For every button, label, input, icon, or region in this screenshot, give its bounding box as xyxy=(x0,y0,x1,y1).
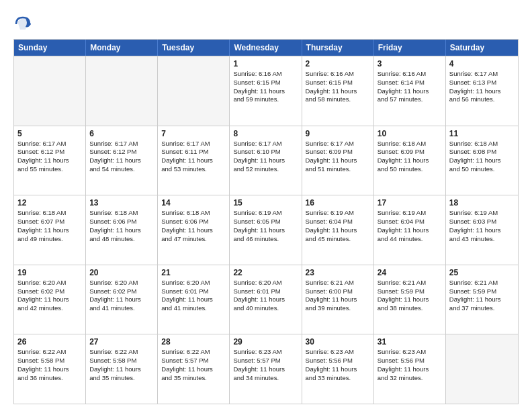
page: SundayMondayTuesdayWednesdayThursdayFrid… xyxy=(0,0,532,411)
cal-cell-13: 13Sunrise: 6:18 AM Sunset: 6:06 PM Dayli… xyxy=(86,195,158,265)
cal-cell-empty-w4c6 xyxy=(446,334,518,404)
cal-cell-31: 31Sunrise: 6:23 AM Sunset: 5:56 PM Dayli… xyxy=(374,334,446,404)
cal-cell-20: 20Sunrise: 6:20 AM Sunset: 6:02 PM Dayli… xyxy=(86,265,158,334)
cell-info: Sunrise: 6:16 AM Sunset: 6:14 PM Dayligh… xyxy=(378,70,442,104)
day-number: 23 xyxy=(306,268,370,277)
cal-cell-3: 3Sunrise: 6:16 AM Sunset: 6:14 PM Daylig… xyxy=(374,56,446,126)
cell-info: Sunrise: 6:23 AM Sunset: 5:56 PM Dayligh… xyxy=(378,348,442,382)
cal-cell-4: 4Sunrise: 6:17 AM Sunset: 6:13 PM Daylig… xyxy=(446,56,518,126)
cell-info: Sunrise: 6:20 AM Sunset: 6:01 PM Dayligh… xyxy=(161,279,226,313)
cell-info: Sunrise: 6:17 AM Sunset: 6:12 PM Dayligh… xyxy=(89,140,154,174)
cell-info: Sunrise: 6:22 AM Sunset: 5:58 PM Dayligh… xyxy=(17,348,82,382)
cal-cell-15: 15Sunrise: 6:19 AM Sunset: 6:05 PM Dayli… xyxy=(230,195,302,265)
day-number: 24 xyxy=(378,268,442,277)
cell-info: Sunrise: 6:23 AM Sunset: 5:56 PM Dayligh… xyxy=(306,348,370,382)
cal-cell-29: 29Sunrise: 6:23 AM Sunset: 5:57 PM Dayli… xyxy=(230,334,302,404)
header-day-monday: Monday xyxy=(86,40,158,56)
calendar-body: 1Sunrise: 6:16 AM Sunset: 6:15 PM Daylig… xyxy=(14,56,518,404)
week-row-5: 26Sunrise: 6:22 AM Sunset: 5:58 PM Dayli… xyxy=(14,334,518,404)
day-number: 15 xyxy=(233,198,298,208)
header-day-friday: Friday xyxy=(374,40,446,56)
cal-cell-9: 9Sunrise: 6:17 AM Sunset: 6:09 PM Daylig… xyxy=(302,126,374,195)
cal-cell-empty-w0c1 xyxy=(86,56,158,126)
header xyxy=(13,12,519,34)
day-number: 26 xyxy=(17,337,82,347)
day-number: 28 xyxy=(161,337,226,347)
cell-info: Sunrise: 6:20 AM Sunset: 6:02 PM Dayligh… xyxy=(17,279,82,313)
cell-info: Sunrise: 6:18 AM Sunset: 6:06 PM Dayligh… xyxy=(89,209,154,243)
day-number: 16 xyxy=(306,198,370,208)
logo-icon xyxy=(13,15,32,34)
day-number: 5 xyxy=(17,129,82,138)
cell-info: Sunrise: 6:18 AM Sunset: 6:09 PM Dayligh… xyxy=(378,140,442,174)
day-number: 8 xyxy=(233,129,298,138)
week-row-4: 19Sunrise: 6:20 AM Sunset: 6:02 PM Dayli… xyxy=(14,265,518,334)
cell-info: Sunrise: 6:22 AM Sunset: 5:57 PM Dayligh… xyxy=(161,348,226,382)
calendar-header: SundayMondayTuesdayWednesdayThursdayFrid… xyxy=(14,40,518,56)
cell-info: Sunrise: 6:20 AM Sunset: 6:02 PM Dayligh… xyxy=(89,279,154,313)
cell-info: Sunrise: 6:22 AM Sunset: 5:58 PM Dayligh… xyxy=(89,348,154,382)
cell-info: Sunrise: 6:19 AM Sunset: 6:03 PM Dayligh… xyxy=(449,209,515,243)
cell-info: Sunrise: 6:17 AM Sunset: 6:13 PM Dayligh… xyxy=(449,70,515,104)
cell-info: Sunrise: 6:19 AM Sunset: 6:05 PM Dayligh… xyxy=(233,209,298,243)
day-number: 10 xyxy=(378,129,442,138)
day-number: 6 xyxy=(89,129,154,138)
cal-cell-25: 25Sunrise: 6:21 AM Sunset: 5:59 PM Dayli… xyxy=(446,265,518,334)
cal-cell-17: 17Sunrise: 6:19 AM Sunset: 6:04 PM Dayli… xyxy=(374,195,446,265)
day-number: 4 xyxy=(449,59,515,68)
cell-info: Sunrise: 6:17 AM Sunset: 6:10 PM Dayligh… xyxy=(233,140,298,174)
day-number: 20 xyxy=(89,268,154,277)
cell-info: Sunrise: 6:21 AM Sunset: 6:00 PM Dayligh… xyxy=(306,279,370,313)
header-day-saturday: Saturday xyxy=(446,40,518,56)
cal-cell-22: 22Sunrise: 6:20 AM Sunset: 6:01 PM Dayli… xyxy=(230,265,302,334)
cell-info: Sunrise: 6:17 AM Sunset: 6:11 PM Dayligh… xyxy=(161,140,226,174)
day-number: 7 xyxy=(161,129,226,138)
cal-cell-23: 23Sunrise: 6:21 AM Sunset: 6:00 PM Dayli… xyxy=(302,265,374,334)
day-number: 21 xyxy=(161,268,226,277)
cell-info: Sunrise: 6:21 AM Sunset: 5:59 PM Dayligh… xyxy=(378,279,442,313)
cell-info: Sunrise: 6:21 AM Sunset: 5:59 PM Dayligh… xyxy=(449,279,515,313)
day-number: 19 xyxy=(17,268,82,277)
cal-cell-5: 5Sunrise: 6:17 AM Sunset: 6:12 PM Daylig… xyxy=(14,126,86,195)
cell-info: Sunrise: 6:17 AM Sunset: 6:12 PM Dayligh… xyxy=(17,140,82,174)
cell-info: Sunrise: 6:23 AM Sunset: 5:57 PM Dayligh… xyxy=(233,348,298,382)
cell-info: Sunrise: 6:18 AM Sunset: 6:06 PM Dayligh… xyxy=(161,209,226,243)
cal-cell-14: 14Sunrise: 6:18 AM Sunset: 6:06 PM Dayli… xyxy=(158,195,230,265)
day-number: 14 xyxy=(161,198,226,208)
cell-info: Sunrise: 6:18 AM Sunset: 6:07 PM Dayligh… xyxy=(17,209,82,243)
day-number: 13 xyxy=(89,198,154,208)
cal-cell-6: 6Sunrise: 6:17 AM Sunset: 6:12 PM Daylig… xyxy=(86,126,158,195)
day-number: 12 xyxy=(17,198,82,208)
header-day-thursday: Thursday xyxy=(302,40,374,56)
cal-cell-empty-w0c0 xyxy=(14,56,86,126)
cell-info: Sunrise: 6:16 AM Sunset: 6:15 PM Dayligh… xyxy=(306,70,370,104)
cal-cell-10: 10Sunrise: 6:18 AM Sunset: 6:09 PM Dayli… xyxy=(374,126,446,195)
day-number: 27 xyxy=(89,337,154,347)
day-number: 2 xyxy=(306,59,370,68)
logo xyxy=(13,15,35,34)
week-row-2: 5Sunrise: 6:17 AM Sunset: 6:12 PM Daylig… xyxy=(14,126,518,195)
cal-cell-8: 8Sunrise: 6:17 AM Sunset: 6:10 PM Daylig… xyxy=(230,126,302,195)
header-day-wednesday: Wednesday xyxy=(230,40,302,56)
day-number: 11 xyxy=(449,129,515,138)
cal-cell-27: 27Sunrise: 6:22 AM Sunset: 5:58 PM Dayli… xyxy=(86,334,158,404)
cal-cell-empty-w0c2 xyxy=(158,56,230,126)
header-day-sunday: Sunday xyxy=(14,40,86,56)
header-day-tuesday: Tuesday xyxy=(158,40,230,56)
cal-cell-28: 28Sunrise: 6:22 AM Sunset: 5:57 PM Dayli… xyxy=(158,334,230,404)
cal-cell-1: 1Sunrise: 6:16 AM Sunset: 6:15 PM Daylig… xyxy=(230,56,302,126)
day-number: 9 xyxy=(306,129,370,138)
cal-cell-26: 26Sunrise: 6:22 AM Sunset: 5:58 PM Dayli… xyxy=(14,334,86,404)
day-number: 29 xyxy=(233,337,298,347)
day-number: 25 xyxy=(449,268,515,277)
cell-info: Sunrise: 6:18 AM Sunset: 6:08 PM Dayligh… xyxy=(449,140,515,174)
cal-cell-21: 21Sunrise: 6:20 AM Sunset: 6:01 PM Dayli… xyxy=(158,265,230,334)
cal-cell-19: 19Sunrise: 6:20 AM Sunset: 6:02 PM Dayli… xyxy=(14,265,86,334)
week-row-1: 1Sunrise: 6:16 AM Sunset: 6:15 PM Daylig… xyxy=(14,56,518,126)
cell-info: Sunrise: 6:19 AM Sunset: 6:04 PM Dayligh… xyxy=(306,209,370,243)
cal-cell-12: 12Sunrise: 6:18 AM Sunset: 6:07 PM Dayli… xyxy=(14,195,86,265)
calendar: SundayMondayTuesdayWednesdayThursdayFrid… xyxy=(13,39,519,404)
cal-cell-2: 2Sunrise: 6:16 AM Sunset: 6:15 PM Daylig… xyxy=(302,56,374,126)
day-number: 18 xyxy=(449,198,515,208)
day-number: 31 xyxy=(378,337,442,347)
